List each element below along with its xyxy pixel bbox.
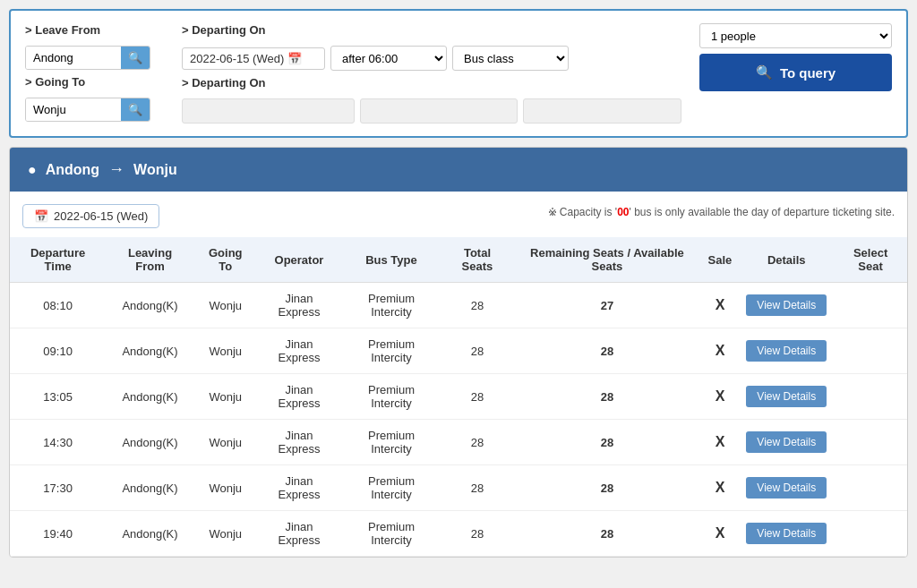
class-select-disabled xyxy=(523,98,681,124)
cell-select-seat xyxy=(834,283,907,328)
cell-sale: X xyxy=(701,420,740,465)
date-input-disabled xyxy=(182,98,355,124)
view-details-button[interactable]: View Details xyxy=(746,294,827,316)
cell-leaving-from: Andong(K) xyxy=(106,465,194,511)
view-details-button[interactable]: View Details xyxy=(746,477,827,499)
cell-going-to: Wonju xyxy=(194,283,257,328)
going-to-input-wrap: 🔍 xyxy=(25,98,150,122)
cell-going-to: Wonju xyxy=(194,465,257,511)
query-button-label: To query xyxy=(780,65,836,81)
table-row: 17:30 Andong(K) Wonju Jinan Express Prem… xyxy=(10,465,907,511)
cell-sale: X xyxy=(701,374,740,420)
date-input-wrap[interactable]: 2022-06-15 (Wed) 📅 xyxy=(182,47,325,70)
col-operator: Operator xyxy=(257,237,342,283)
going-to-search-button[interactable]: 🔍 xyxy=(121,98,150,121)
bus-class-select[interactable]: Bus class Premium Standard xyxy=(452,46,569,71)
cell-select-seat xyxy=(834,420,907,465)
leave-from-search-button[interactable]: 🔍 xyxy=(121,47,150,69)
cell-bus-type: Premium Intercity xyxy=(341,328,441,374)
cell-select-seat xyxy=(834,328,907,374)
results-header: ● Andong → Wonju xyxy=(10,148,907,192)
cell-sale: X xyxy=(701,283,740,328)
capacity-highlight: 00 xyxy=(617,206,629,218)
view-details-button[interactable]: View Details xyxy=(746,523,827,544)
cell-departure-time: 14:30 xyxy=(10,420,106,465)
cell-leaving-from: Andong(K) xyxy=(106,511,194,557)
cell-remaining-seats: 28 xyxy=(513,328,700,374)
cell-details: View Details xyxy=(739,511,834,557)
cell-sale: X xyxy=(701,511,740,557)
date-value: 2022-06-15 (Wed) xyxy=(190,52,284,65)
cell-remaining-seats: 28 xyxy=(513,420,700,465)
results-to: Wonju xyxy=(133,162,177,178)
col-details: Details xyxy=(739,237,834,283)
col-departure-time: Departure Time xyxy=(10,237,106,283)
cell-remaining-seats: 28 xyxy=(513,511,700,557)
cell-select-seat xyxy=(834,374,907,420)
cell-departure-time: 13:05 xyxy=(10,374,106,420)
cell-select-seat xyxy=(834,511,907,557)
origin-destination-block: > Leave From 🔍 > Going To 🔍 xyxy=(25,23,164,122)
table-row: 13:05 Andong(K) Wonju Jinan Express Prem… xyxy=(10,374,907,420)
table-row: 08:10 Andong(K) Wonju Jinan Express Prem… xyxy=(10,283,907,328)
view-details-button[interactable]: View Details xyxy=(746,386,827,407)
cell-bus-type: Premium Intercity xyxy=(341,511,441,557)
cell-remaining-seats: 27 xyxy=(513,283,700,328)
cell-operator: Jinan Express xyxy=(257,374,342,420)
view-details-button[interactable]: View Details xyxy=(746,431,827,453)
cell-select-seat xyxy=(834,465,907,511)
col-going-to: Going To xyxy=(194,237,257,283)
cell-departure-time: 17:30 xyxy=(10,465,106,511)
departing-on-1-label: > Departing On xyxy=(182,23,681,37)
leave-from-input[interactable] xyxy=(26,47,121,69)
going-to-input[interactable] xyxy=(26,98,121,121)
calendar-small-icon: 📅 xyxy=(34,209,48,223)
cell-details: View Details xyxy=(739,374,834,420)
table-header-row: Departure Time Leaving From Going To Ope… xyxy=(10,237,907,283)
col-bus-type: Bus Type xyxy=(341,237,441,283)
cell-details: View Details xyxy=(739,420,834,465)
cell-departure-time: 19:40 xyxy=(10,511,106,557)
cell-going-to: Wonju xyxy=(194,374,257,420)
cell-going-to: Wonju xyxy=(194,328,257,374)
cell-operator: Jinan Express xyxy=(257,511,342,557)
people-select[interactable]: 1 people 2 people 3 people 4 people xyxy=(699,23,892,48)
cell-total-seats: 28 xyxy=(441,465,513,511)
cell-departure-time: 08:10 xyxy=(10,283,106,328)
time-select[interactable]: after 06:00 after 07:00 after 08:00 xyxy=(330,46,447,71)
cell-total-seats: 28 xyxy=(441,511,513,557)
people-select-wrap: 1 people 2 people 3 people 4 people xyxy=(699,23,892,48)
query-button[interactable]: 🔍 To query xyxy=(699,54,892,91)
view-details-button[interactable]: View Details xyxy=(746,340,827,362)
cell-total-seats: 28 xyxy=(441,283,513,328)
cell-details: View Details xyxy=(739,465,834,511)
results-section: ● Andong → Wonju 📅 2022-06-15 (Wed) ※ Ca… xyxy=(9,147,908,558)
leave-from-input-wrap: 🔍 xyxy=(25,46,150,70)
date-badge[interactable]: 📅 2022-06-15 (Wed) xyxy=(22,204,159,228)
cell-leaving-from: Andong(K) xyxy=(106,283,194,328)
cell-leaving-from: Andong(K) xyxy=(106,374,194,420)
time-select-disabled xyxy=(360,98,518,124)
cell-bus-type: Premium Intercity xyxy=(341,465,441,511)
table-row: 19:40 Andong(K) Wonju Jinan Express Prem… xyxy=(10,511,907,557)
location-pin-icon: ● xyxy=(28,162,37,178)
results-date: 2022-06-15 (Wed) xyxy=(54,209,148,223)
col-sale: Sale xyxy=(701,237,740,283)
cell-details: View Details xyxy=(739,328,834,374)
departing-on-2-label: > Departing On xyxy=(182,76,681,89)
results-from: Andong xyxy=(46,162,99,178)
cell-sale: X xyxy=(701,465,740,511)
cell-operator: Jinan Express xyxy=(257,465,342,511)
cell-bus-type: Premium Intercity xyxy=(341,283,441,328)
query-block: 1 people 2 people 3 people 4 people 🔍 To… xyxy=(699,23,892,91)
table-row: 14:30 Andong(K) Wonju Jinan Express Prem… xyxy=(10,420,907,465)
cell-going-to: Wonju xyxy=(194,511,257,557)
capacity-note: ※ Capacity is '00' bus is only available… xyxy=(536,206,907,224)
cell-operator: Jinan Express xyxy=(257,328,342,374)
cell-total-seats: 28 xyxy=(441,374,513,420)
cell-remaining-seats: 28 xyxy=(513,374,700,420)
cell-leaving-from: Andong(K) xyxy=(106,420,194,465)
departing-on-2-row xyxy=(182,98,681,124)
cell-going-to: Wonju xyxy=(194,420,257,465)
departing-block: > Departing On 2022-06-15 (Wed) 📅 after … xyxy=(182,23,681,124)
